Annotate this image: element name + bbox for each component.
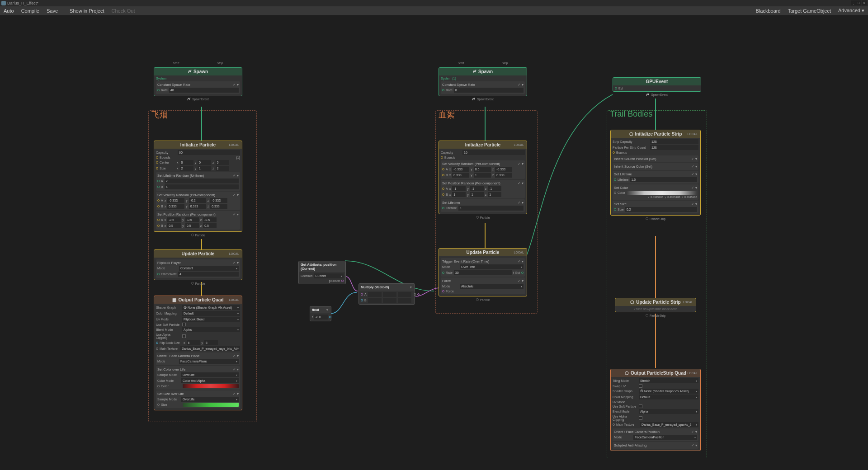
save-button[interactable]: Save: [43, 7, 61, 15]
rate-field[interactable]: [169, 88, 239, 93]
set-position-random-block[interactable]: Set Position Random (Per-component)✓ ▾ A…: [156, 211, 240, 230]
advanced-button[interactable]: Advanced ▾: [835, 6, 868, 15]
compile-button[interactable]: Compile: [18, 7, 43, 15]
connector: [655, 99, 656, 130]
shader-graph-field[interactable]: ⦿ None (Shader Graph Vfx Asset): [182, 305, 240, 310]
connector: [345, 275, 359, 293]
region-label: Trail Bodies: [610, 109, 652, 119]
bolt-icon: 🗲: [188, 70, 192, 74]
blackboard-button[interactable]: Blackboard: [752, 7, 784, 15]
window-menu[interactable]: ⋮: [851, 0, 856, 5]
connector: [655, 236, 656, 299]
region-label: 飞烟: [151, 109, 168, 120]
output-particlestrip-quad-node[interactable]: ⬡Output ParticleStrip QuadLOCAL Tiling M…: [610, 369, 701, 451]
connector: [655, 314, 656, 368]
toolbar: Auto Compile Save Show in Project Check …: [0, 6, 868, 15]
port-start: Start: [173, 61, 179, 65]
initialize-particle-node-2[interactable]: Initialize ParticleLOCAL Capacity Bounds…: [439, 141, 527, 214]
target-gameobject-button[interactable]: Target GameObject: [784, 7, 835, 15]
capacity-field[interactable]: [178, 150, 240, 155]
auto-button[interactable]: Auto: [0, 7, 18, 15]
flipbook-player-block[interactable]: Flipbook Player✓ ▾ ModeConstant FrameRat…: [156, 259, 240, 278]
initialize-particle-strip-node[interactable]: ⬡Initialize Particle StripLOCAL Strip Ca…: [610, 130, 701, 216]
soft-particle-checkbox[interactable]: [182, 323, 186, 326]
spawn-node[interactable]: StartStop 🗲Spawn System Constant Spawn R…: [154, 67, 242, 96]
update-particle-node[interactable]: Update ParticleLOCAL Flipbook Player✓ ▾ …: [154, 249, 242, 280]
window-max[interactable]: □: [856, 0, 861, 5]
float-node[interactable]: float▾ f: [310, 306, 331, 321]
set-lifetime-random-block[interactable]: Set Lifetime Random (Uniform)✓ ▾ A B: [156, 172, 240, 191]
show-in-project-button[interactable]: Show in Project: [66, 7, 108, 15]
update-particle-node-2[interactable]: Update ParticleLOCAL Trigger Event Rate …: [439, 248, 527, 296]
title-bar: Darius_R_Effect* ⋮ □ ×: [0, 0, 868, 6]
connector: [485, 107, 486, 141]
curve-field[interactable]: [183, 403, 239, 407]
mode-dropdown[interactable]: Constant: [179, 266, 239, 271]
system-label: System: [156, 76, 240, 80]
asset-title: Darius_R_Effect*: [7, 1, 38, 5]
trigger-event-rate-block[interactable]: Trigger Event Rate (Over Time)✓ ▾ ModeOv…: [441, 258, 525, 277]
graph-canvas[interactable]: 飞烟 血絮 Trail Bodies StartStop 🗲Spawn Syst…: [0, 15, 868, 470]
set-velocity-random-block[interactable]: Set Velocity Random (Per-component)✓ ▾ A…: [156, 192, 240, 210]
connector: [201, 239, 202, 250]
region-label: 血絮: [439, 109, 455, 120]
node-header: 🗲Spawn: [154, 68, 242, 75]
force-block[interactable]: Force✓ ▾ ModeAbsolute Force: [441, 277, 525, 294]
asset-icon: [1, 1, 6, 5]
port-spawnevent: SpawnEvent: [192, 98, 209, 101]
multiply-node[interactable]: Multiply (Vector3)▾ AX B: [359, 283, 415, 305]
update-particle-strip-node[interactable]: ⬡Update Particle StripLOCAL Place an upd…: [615, 298, 696, 312]
orient-block[interactable]: Orient : Face Camera Plane✓ ▾ ModeFaceCa…: [156, 352, 240, 365]
spawn-node-2[interactable]: StartStop 🗲Spawn System (1) Constant Spa…: [439, 67, 527, 96]
connector: [485, 223, 486, 248]
port-stop: Stop: [217, 61, 223, 65]
connector: [330, 291, 359, 316]
get-attribute-node[interactable]: Get Attribute: position (Current) Locati…: [298, 261, 346, 284]
initialize-particle-node[interactable]: Initialize ParticleLOCAL Capacity Bounds…: [154, 141, 242, 232]
set-size-over-life-block[interactable]: Set Size over Life✓ ▾ Sample ModeOverLif…: [156, 390, 240, 408]
gpu-event-node[interactable]: GPUEvent Evt 🗲SpawnEvent: [613, 77, 701, 92]
checkout-button[interactable]: Check Out: [108, 7, 139, 15]
color-gradient[interactable]: [183, 384, 239, 388]
connector: [201, 107, 202, 141]
set-color-over-life-block[interactable]: Set Color over Life✓ ▾ Sample ModeOverLi…: [156, 366, 240, 390]
output-particle-quad-node[interactable]: ▦Output Particle QuadLOCAL Shader Graph⦿…: [154, 296, 242, 410]
constant-spawn-rate-block[interactable]: Constant Spawn Rate✓ ▾ Rate: [156, 81, 240, 94]
window-close[interactable]: ×: [862, 0, 867, 5]
